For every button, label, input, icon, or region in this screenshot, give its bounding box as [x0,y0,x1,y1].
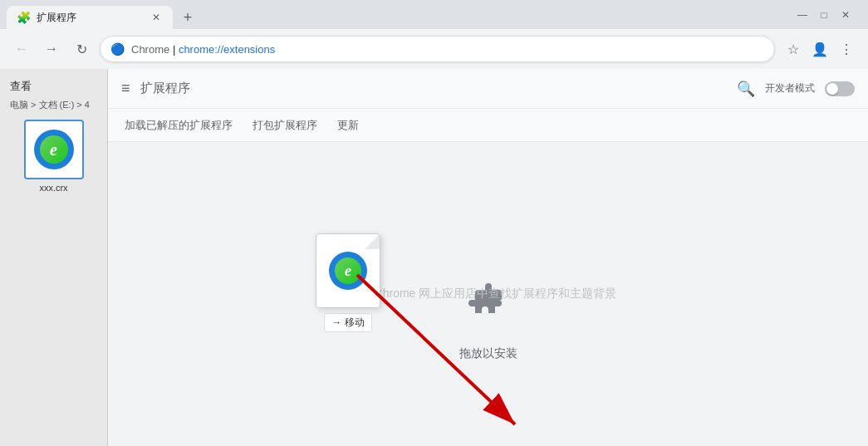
toolbar: ← → ↻ 🔵 Chrome | chrome://extensions ☆ 👤… [0,29,868,69]
tab-favicon: 🧩 [17,11,30,24]
dragging-file-box: e [316,233,380,308]
refresh-button[interactable]: ↻ [70,37,93,61]
subnav-pack[interactable]: 打包扩展程序 [253,111,317,140]
new-tab-button[interactable]: + [176,6,199,29]
file-sidebar: 查看 电脑 > 文档 (E:) > 4 e xxx.crx [0,69,108,446]
tab-title: 扩展程序 [37,11,143,25]
sidebar-view-label: 查看 [0,76,107,97]
browser-body: 查看 电脑 > 文档 (E:) > 4 e xxx.crx ≡ 扩展 [0,69,868,446]
extensions-subnav: 加载已解压的扩展程序 打包扩展程序 更新 [108,109,868,142]
address-bar[interactable]: 🔵 Chrome | chrome://extensions [100,36,775,62]
address-text: Chrome | chrome://extensions [131,43,275,56]
address-path: chrome://extensions [179,43,275,56]
dev-mode-toggle[interactable] [825,81,855,96]
file-icon-box: e [24,120,84,179]
tab-area: 🧩 扩展程序 ✕ + [7,0,787,29]
puzzle-icon [459,277,518,336]
file-icon-container[interactable]: e xxx.crx [7,120,101,193]
close-button[interactable]: ✕ [840,9,851,21]
minimize-button[interactable]: — [797,9,808,21]
account-button[interactable]: 👤 [808,37,831,61]
address-brand: Chrome [131,43,169,56]
title-bar: 🧩 扩展程序 ✕ + — □ ✕ [0,0,868,29]
crx-file-icon: e [34,130,74,169]
file-name-label: xxx.crx [39,183,67,193]
address-separator: | [173,43,179,56]
extensions-content: 在 Chrome 网上应用店中查找扩展程序和主题背景 e → 移动 [108,142,868,446]
tab-close-button[interactable]: ✕ [150,11,163,24]
forward-button[interactable]: → [40,37,63,61]
bookmark-button[interactable]: ☆ [782,37,805,61]
active-tab[interactable]: 🧩 扩展程序 ✕ [7,6,173,29]
menu-button[interactable]: ⋮ [835,37,858,61]
subnav-update[interactable]: 更新 [337,111,359,140]
extensions-search-icon[interactable]: 🔍 [737,80,755,98]
secure-icon: 🔵 [110,42,125,56]
back-button[interactable]: ← [10,37,33,61]
subnav-load-unpacked[interactable]: 加载已解压的扩展程序 [125,111,233,140]
window-frame: 🧩 扩展程序 ✕ + — □ ✕ ← → ↻ 🔵 Chrome | chrome… [0,0,868,446]
placeholder-text: 在 Chrome 网上应用店中查找扩展程序和主题背景 [360,287,617,301]
maximize-button[interactable]: □ [818,9,830,21]
dragging-ie-icon: e [329,252,367,290]
dragging-file: e → 移动 [316,233,380,332]
toolbar-actions: ☆ 👤 ⋮ [782,37,858,61]
extensions-menu-icon[interactable]: ≡ [121,80,130,97]
extensions-title: 扩展程序 [140,81,190,96]
extensions-page: ≡ 扩展程序 🔍 开发者模式 加载已解压的扩展程序 打包扩展程序 更新 在 Ch… [108,69,868,446]
move-label: → 移动 [324,313,371,332]
extensions-header: ≡ 扩展程序 🔍 开发者模式 [108,69,868,109]
toggle-knob [826,83,838,95]
window-controls: — □ ✕ [787,0,861,29]
drop-label: 拖放以安装 [459,346,517,361]
dev-mode-label: 开发者模式 [765,81,815,96]
sidebar-breadcrumb: 电脑 > 文档 (E:) > 4 [0,97,107,113]
file-corner [365,234,380,249]
